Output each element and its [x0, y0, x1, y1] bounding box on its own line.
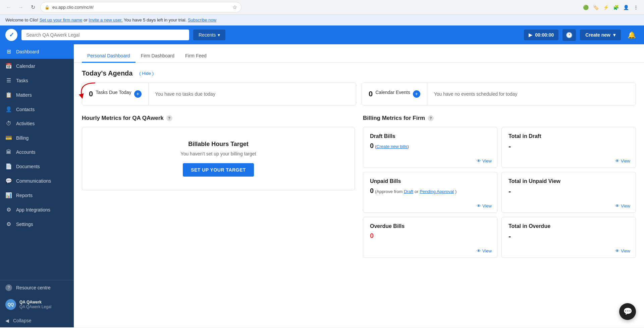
unpaid-bills-pending-link[interactable]: Pending Approval: [420, 189, 454, 194]
ext-tag-icon[interactable]: 🏷️: [592, 3, 600, 11]
sidebar-label-accounts: Accounts: [16, 149, 36, 155]
total-in-unpaid-title: Total in Unpaid View: [508, 178, 629, 184]
tab-firm-feed[interactable]: Firm Feed: [180, 50, 212, 63]
ext-avatar-icon[interactable]: 👤: [622, 3, 630, 11]
sidebar-item-calendar[interactable]: 📅 Calendar: [0, 59, 74, 73]
clock-button[interactable]: 🕐: [562, 29, 576, 41]
total-in-unpaid-view-link[interactable]: 👁 View: [615, 203, 630, 208]
matters-icon: 📋: [5, 92, 12, 98]
draft-bills-view-link[interactable]: 👁 View: [477, 158, 492, 163]
timer-value: 00:00:00: [535, 32, 554, 38]
sidebar-label-reports: Reports: [16, 193, 33, 198]
billing-metrics-section: Billing Metrics for Firm ? Draft Bills 0…: [363, 115, 636, 258]
overdue-bills-view-link[interactable]: 👁 View: [477, 248, 492, 253]
ext-lightning-icon[interactable]: ⚡: [602, 3, 610, 11]
billing-metrics-help-icon[interactable]: ?: [428, 115, 434, 121]
calendar-icon: 📅: [5, 63, 12, 69]
sidebar-item-settings[interactable]: ⚙ Settings: [0, 217, 74, 231]
ext-green-icon[interactable]: 🟢: [582, 3, 590, 11]
unpaid-bills-draft-link[interactable]: Draft: [404, 189, 413, 194]
total-in-overdue-value: -: [508, 232, 629, 241]
sidebar-label-tasks: Tasks: [16, 78, 28, 83]
promo-banner: Welcome to Clio! Set up your firm name o…: [0, 15, 644, 26]
sidebar-item-dashboard[interactable]: ⊞ Dashboard: [0, 44, 74, 59]
invite-user-link[interactable]: Invite a new user.: [89, 17, 122, 22]
notifications-button[interactable]: 🔔: [625, 30, 639, 40]
user-info: QA QAwerk QA QAwerk Legal: [19, 300, 51, 309]
total-in-draft-view-link[interactable]: 👁 View: [615, 158, 630, 163]
hourly-metrics-help-icon[interactable]: ?: [166, 115, 172, 121]
sidebar-item-activities[interactable]: ⏱ Activities: [0, 116, 74, 131]
create-new-chevron-icon: ▾: [613, 32, 615, 38]
draft-bills-title: Draft Bills: [370, 133, 490, 139]
collapse-button[interactable]: ◀ Collapse: [0, 314, 74, 327]
collapse-chevron-icon: ◀: [5, 318, 9, 323]
chat-bubble-button[interactable]: 💬: [619, 303, 636, 320]
unpaid-bills-card: Unpaid Bills 0 (Approve from Draft or Pe…: [363, 172, 497, 213]
overdue-bills-count: 0: [370, 232, 490, 240]
sidebar-item-accounts[interactable]: 🏛 Accounts: [0, 145, 74, 159]
sidebar-item-documents[interactable]: 📄 Documents: [0, 159, 74, 174]
sidebar-item-billing[interactable]: 💳 Billing: [0, 131, 74, 145]
search-input[interactable]: [21, 30, 189, 40]
back-button[interactable]: ←: [4, 3, 13, 12]
sidebar-label-resource-centre: Resource centre: [16, 285, 51, 290]
collapse-label: Collapse: [13, 318, 31, 323]
settings-icon: ⚙: [5, 221, 12, 227]
sidebar-item-communications[interactable]: 💬 Communications: [0, 174, 74, 188]
sidebar-item-contacts[interactable]: 👤 Contacts: [0, 102, 74, 116]
create-new-button[interactable]: Create new ▾: [580, 30, 621, 40]
banner-middle: or: [84, 17, 89, 22]
dashboard-icon: ⊞: [5, 48, 12, 55]
sidebar-user-section: QQ QA QAwerk QA QAwerk Legal: [0, 295, 74, 314]
todays-agenda-title: Today's Agenda ( Hide ): [82, 69, 636, 77]
hide-agenda-link[interactable]: ( Hide ): [139, 71, 154, 76]
sidebar-label-communications: Communications: [16, 178, 51, 184]
sidebar-label-calendar: Calendar: [16, 63, 35, 69]
documents-icon: 📄: [5, 163, 12, 170]
banner-prefix: Welcome to Clio!: [5, 17, 40, 22]
ext-puzzle-icon[interactable]: 🧩: [612, 3, 620, 11]
top-navbar: ✓ Recents ▾ ▶ 00:00:00 🕐 Create new ▾ 🔔: [0, 26, 644, 44]
sidebar-item-matters[interactable]: 📋 Matters: [0, 88, 74, 102]
sidebar-item-app-integrations[interactable]: ⚙ App Integrations: [0, 202, 74, 217]
events-label: Calendar Events: [375, 90, 410, 95]
address-bar[interactable]: 🔒 eu.app.clio.com/nc/#/ ☆: [40, 2, 241, 12]
sidebar-item-tasks[interactable]: ☰ Tasks: [0, 73, 74, 88]
add-event-button[interactable]: +: [413, 90, 420, 98]
tab-firm-dashboard[interactable]: Firm Dashboard: [136, 50, 180, 63]
sidebar-label-documents: Documents: [16, 164, 40, 169]
total-in-overdue-view-link[interactable]: 👁 View: [615, 248, 630, 253]
bookmark-icon[interactable]: ☆: [232, 4, 237, 10]
sidebar-bottom: ? Resource centre QQ QA QAwerk QA QAwerk…: [0, 280, 74, 327]
add-task-button[interactable]: +: [134, 90, 142, 98]
accounts-icon: 🏛: [5, 149, 12, 155]
content-area: Personal Dashboard Firm Dashboard Firm F…: [74, 44, 644, 327]
billable-hours-title: Billable Hours Target: [92, 141, 344, 148]
total-in-overdue-card: Total in Overdue - 👁 View: [501, 217, 636, 258]
reload-button[interactable]: ↻: [28, 3, 38, 12]
tasks-label: Tasks Due Today: [96, 90, 131, 95]
eye-icon-total-unpaid: 👁: [615, 203, 620, 208]
setup-firm-link[interactable]: Set up your firm name: [40, 17, 83, 22]
create-new-bills-link[interactable]: Create new bills: [376, 144, 408, 149]
setup-target-button[interactable]: SET UP YOUR TARGET: [183, 163, 254, 177]
clio-logo[interactable]: ✓: [5, 29, 17, 41]
unpaid-bills-approve-text: (Approve from: [375, 189, 404, 194]
ext-menu-icon[interactable]: ⋮: [632, 3, 640, 11]
hourly-metrics-title: Hourly Metrics for QA QAwerk ?: [82, 115, 355, 122]
dashboard-tabs: Personal Dashboard Firm Dashboard Firm F…: [74, 44, 644, 63]
sidebar-item-resource-centre[interactable]: ? Resource centre: [0, 280, 74, 295]
sidebar-item-reports[interactable]: 📊 Reports: [0, 188, 74, 202]
communications-icon: 💬: [5, 178, 12, 184]
subscribe-link[interactable]: Subscribe now: [188, 17, 216, 22]
eye-icon-total-draft: 👁: [615, 158, 620, 163]
tab-personal-dashboard[interactable]: Personal Dashboard: [82, 50, 136, 63]
sidebar-label-billing: Billing: [16, 135, 29, 141]
recents-button[interactable]: Recents ▾: [193, 30, 225, 40]
unpaid-bills-count: 0: [370, 187, 374, 194]
forward-button[interactable]: →: [16, 3, 25, 12]
user-name: QA QAwerk: [19, 300, 51, 304]
agenda-grid: 0 Tasks Due Today + You have no tasks du…: [82, 83, 636, 105]
unpaid-bills-view-link[interactable]: 👁 View: [477, 203, 492, 208]
